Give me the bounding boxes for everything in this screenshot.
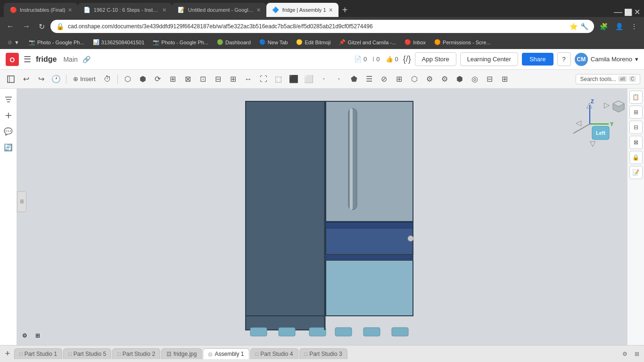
bookmark-gitzel[interactable]: 📌 Gitzel and Camila -... bbox=[335, 38, 400, 47]
bookmark-inbox[interactable]: 🔴 Inbox bbox=[401, 38, 429, 47]
browser-minimize[interactable]: — bbox=[614, 7, 622, 17]
bookmark-apps[interactable]: ⚙ ▼ bbox=[4, 39, 24, 47]
bookmark-permissions[interactable]: 🟠 Permissions - Scre... bbox=[430, 38, 494, 47]
toolbar-icon21[interactable]: ⚙ bbox=[422, 72, 437, 86]
help-button[interactable]: ? bbox=[557, 52, 571, 66]
sidebar-history-icon[interactable]: 🔄 bbox=[1, 140, 16, 155]
toolbar-icon2[interactable]: ⬢ bbox=[136, 72, 150, 86]
toolbar-icon17[interactable]: ☰ bbox=[362, 72, 376, 86]
copies-item[interactable]: 📄 0 bbox=[354, 56, 367, 63]
right-panel-icon2[interactable]: ⊞ bbox=[629, 106, 643, 119]
bottom-tab-part-studio-3[interactable]: □ Part Studio 3 bbox=[299, 348, 347, 359]
bookmark-photo2[interactable]: 📷 Photo - Google Ph... bbox=[149, 38, 212, 47]
bookmark-newtab[interactable]: 🔵 New Tab bbox=[256, 38, 292, 47]
share-button[interactable]: Share bbox=[522, 53, 553, 66]
bookmark-bitmoji[interactable]: 🟡 Edit Bitmoji bbox=[292, 38, 334, 47]
add-tab-button[interactable]: + bbox=[2, 348, 13, 360]
back-button[interactable]: ← bbox=[4, 20, 17, 33]
profile-btn[interactable]: 👤 bbox=[612, 21, 626, 32]
bottom-tab-part-studio-1[interactable]: □ Part Studio 1 bbox=[14, 348, 62, 359]
bottom-tab-part-studio-5[interactable]: □ Part Studio 5 bbox=[63, 348, 111, 359]
toolbar-insert-btn[interactable]: ⊕ Insert bbox=[69, 74, 99, 84]
tab-close-instructables[interactable]: × bbox=[68, 6, 72, 14]
3d-nav-cube[interactable] bbox=[612, 100, 625, 115]
toolbar-icon19[interactable]: ⊞ bbox=[392, 72, 406, 86]
toolbar-icon7[interactable]: ⊟ bbox=[211, 72, 225, 86]
tab-close-fridge[interactable]: × bbox=[329, 6, 333, 14]
profile-icon[interactable]: ⭐ bbox=[570, 23, 578, 30]
user-info[interactable]: CM Camila Moreno ▾ bbox=[575, 53, 638, 66]
toolbar-icon22[interactable]: ⚙ bbox=[438, 72, 452, 86]
search-tools[interactable]: Search tools... alt C bbox=[576, 74, 640, 84]
toolbar-redo-btn[interactable]: ↪ bbox=[34, 72, 48, 86]
address-bar[interactable]: 🔒 cad.onshape.com/documents/3e439ddfd912… bbox=[50, 20, 594, 33]
bottom-tab-assembly-1[interactable]: ◎ Assembly 1 bbox=[203, 348, 249, 359]
toolbar-icon3[interactable]: ⟳ bbox=[151, 72, 165, 86]
new-tab-button[interactable]: + bbox=[339, 3, 352, 17]
tab-fridge[interactable]: 🔷 fridge | Assembly 1 × bbox=[266, 3, 339, 17]
toolbar-sketch-btn[interactable]: ⏱ bbox=[100, 72, 115, 86]
tab-close-google-doc[interactable]: × bbox=[257, 6, 261, 14]
browser-restore[interactable]: ⬜ bbox=[624, 8, 632, 16]
panel-toggle[interactable]: ☰ bbox=[17, 191, 26, 212]
app-store-button[interactable]: App Store bbox=[415, 52, 456, 66]
bookmark-dashboard[interactable]: 🟢 Dashboard bbox=[213, 38, 255, 47]
toolbar-icon16[interactable]: ⬟ bbox=[347, 72, 361, 86]
comments-item[interactable]: ⁞ 0 bbox=[372, 56, 380, 63]
toolbar-icon8[interactable]: ⊞ bbox=[226, 72, 240, 86]
toolbar-icon12[interactable]: ⬛ bbox=[287, 72, 301, 86]
viewport-grid-icon[interactable]: ⊞ bbox=[32, 330, 43, 341]
bottom-tab-part-studio-4[interactable]: □ Part Studio 4 bbox=[250, 348, 298, 359]
right-panel-icon4[interactable]: ⊠ bbox=[629, 136, 643, 149]
toolbar-icon20[interactable]: ⬡ bbox=[407, 72, 421, 86]
toolbar-mode-btn[interactable] bbox=[4, 72, 18, 86]
bookmark-313[interactable]: 📊 313625084041501 bbox=[89, 38, 149, 47]
toolbar-icon11[interactable]: ⬚ bbox=[272, 72, 286, 86]
viewport[interactable]: Y Z Left ◁ ▷ ▽ △ bbox=[17, 89, 644, 345]
bottom-tab-fridge-jpg[interactable]: 🖼 fridge.jpg bbox=[161, 348, 202, 359]
toolbar-icon24[interactable]: ◎ bbox=[468, 72, 482, 86]
manage-tabs-btn[interactable]: ⊞ bbox=[632, 349, 642, 359]
likes-item[interactable]: 👍 0 bbox=[386, 56, 398, 63]
sidebar-filter-icon[interactable] bbox=[1, 92, 16, 107]
right-panel-icon3[interactable]: ⊟ bbox=[629, 121, 643, 134]
extensions-icon[interactable]: 🔧 bbox=[580, 23, 588, 30]
tab-instructables[interactable]: 🔴 Instructables (Final) × bbox=[4, 3, 78, 17]
bottom-tab-part-studio-2[interactable]: □ Part Studio 2 bbox=[112, 348, 160, 359]
toolbar-icon23[interactable]: ⬢ bbox=[453, 72, 467, 86]
forward-button[interactable]: → bbox=[20, 20, 33, 33]
viewport-settings-icon[interactable]: ⚙ bbox=[19, 330, 30, 341]
settings-btn[interactable]: ⋮ bbox=[628, 21, 640, 32]
toolbar-history-btn[interactable]: 🕐 bbox=[49, 72, 63, 86]
toolbar-icon1[interactable]: ⬡ bbox=[121, 72, 135, 86]
sidebar-comment-icon[interactable]: 💬 bbox=[1, 124, 16, 139]
extensions-btn[interactable]: 🧩 bbox=[597, 21, 611, 32]
bookmark-photo1[interactable]: 📷 Photo - Google Ph... bbox=[25, 38, 88, 47]
tab-google-doc[interactable]: 📝 Untitled document - Google Doc... × bbox=[172, 3, 266, 17]
toolbar-undo-btn[interactable]: ↩ bbox=[19, 72, 33, 86]
toolbar-icon6[interactable]: ⊡ bbox=[196, 72, 210, 86]
shorthand-icon[interactable]: {/} bbox=[403, 54, 411, 64]
tab-close-1962[interactable]: × bbox=[163, 6, 166, 14]
toolbar-icon14[interactable]: ⬞ bbox=[317, 72, 331, 86]
learning-center-button[interactable]: Learning Center bbox=[460, 52, 518, 66]
toolbar-icon25[interactable]: ⊟ bbox=[483, 72, 497, 86]
orientation-widget[interactable]: Y Z Left ◁ ▷ ▽ △ bbox=[564, 98, 616, 151]
toolbar-icon15[interactable]: ⬝ bbox=[332, 72, 346, 86]
toolbar-icon4[interactable]: ⊞ bbox=[166, 72, 180, 86]
toolbar-icon5[interactable]: ⊠ bbox=[181, 72, 195, 86]
filter-tabs-btn[interactable]: ⚙ bbox=[619, 349, 630, 359]
right-panel-icon6[interactable]: 📝 bbox=[629, 166, 643, 179]
onshape-logo[interactable]: O bbox=[6, 53, 19, 66]
sidebar-add-icon[interactable] bbox=[1, 108, 16, 123]
toolbar-icon9[interactable]: ↔ bbox=[241, 72, 256, 86]
doc-link-icon[interactable]: 🔗 bbox=[83, 56, 91, 63]
tab-1962[interactable]: 📄 1962 C-10 : 6 Steps - Instructable... … bbox=[78, 3, 172, 17]
right-panel-icon1[interactable]: 📋 bbox=[629, 90, 643, 104]
hamburger-menu[interactable]: ☰ bbox=[24, 54, 31, 65]
refresh-button[interactable]: ↻ bbox=[36, 20, 48, 33]
toolbar-icon13[interactable]: ⬜ bbox=[302, 72, 316, 86]
right-panel-icon5[interactable]: 🔒 bbox=[629, 151, 643, 164]
toolbar-icon18[interactable]: ⊘ bbox=[377, 72, 391, 86]
toolbar-icon26[interactable]: ⊞ bbox=[498, 72, 512, 86]
